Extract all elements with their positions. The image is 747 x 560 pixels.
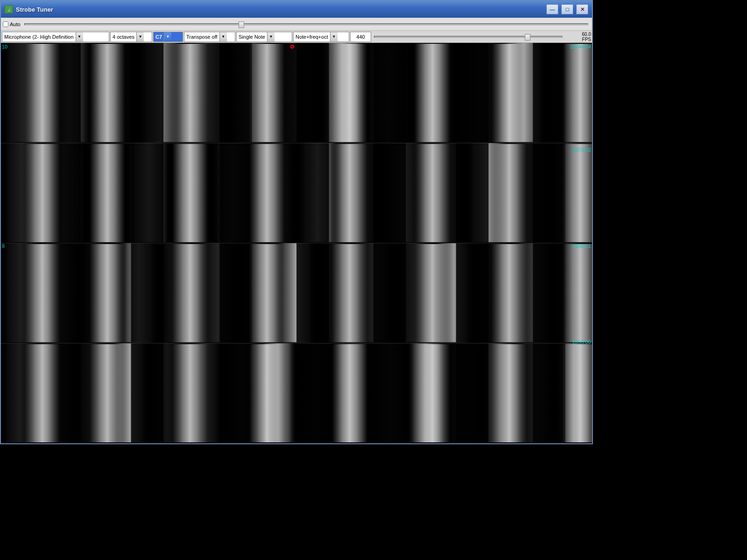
transpose-arrow[interactable]: ▼	[219, 32, 227, 42]
fps-value: 60.0	[565, 32, 591, 37]
minimize-button[interactable]: —	[546, 4, 558, 14]
fps-label: FPS	[565, 37, 591, 42]
mode-value: Single Note	[237, 34, 267, 40]
microphone-dropdown[interactable]: Microphone (2- High Definition ▼	[2, 32, 109, 42]
title-bar: ♩ Strobe Tuner — □ ✕	[1, 1, 592, 18]
maximize-button[interactable]: □	[561, 4, 573, 14]
mode-dropdown[interactable]: Single Note ▼	[236, 32, 292, 42]
auto-slider-thumb[interactable]	[239, 21, 244, 28]
auto-checkbox[interactable]	[3, 21, 8, 27]
microphone-arrow[interactable]: ▼	[76, 32, 83, 42]
fps-display: 60.0 FPS	[565, 32, 591, 42]
fps-slider[interactable]	[374, 36, 563, 38]
transpose-value: Transpose off	[184, 34, 219, 40]
auto-toolbar: Auto	[1, 18, 592, 31]
auto-checkbox-group[interactable]: Auto	[3, 21, 21, 27]
fps-slider-thumb[interactable]	[525, 34, 530, 41]
transpose-dropdown[interactable]: Transpose off ▼	[184, 32, 235, 42]
display-value: Note+freq+oct	[294, 34, 330, 40]
main-display: 10 8 16744.04 8372.02 4186.01 2093.00	[1, 43, 592, 443]
display-dropdown[interactable]: Note+freq+oct ▼	[293, 32, 349, 42]
app-icon: ♩	[5, 5, 13, 14]
octaves-value: 4 octaves	[111, 34, 136, 40]
note-arrow[interactable]: ▼	[164, 32, 171, 42]
strobe-canvas	[1, 43, 592, 443]
microphone-value: Microphone (2- High Definition	[2, 34, 76, 40]
note-value: C7	[154, 34, 164, 40]
octaves-dropdown[interactable]: 4 octaves ▼	[110, 32, 152, 42]
frequency-input[interactable]: 440	[350, 32, 371, 42]
controls-bar: Microphone (2- High Definition ▼ 4 octav…	[1, 31, 592, 43]
octaves-arrow[interactable]: ▼	[136, 32, 144, 42]
close-button[interactable]: ✕	[576, 4, 588, 14]
mode-arrow[interactable]: ▼	[267, 32, 275, 42]
auto-slider[interactable]	[24, 23, 588, 25]
app-title: Strobe Tuner	[16, 6, 543, 13]
note-dropdown[interactable]: C7 ▼	[153, 32, 183, 42]
auto-label: Auto	[10, 21, 21, 27]
display-arrow[interactable]: ▼	[330, 32, 338, 42]
